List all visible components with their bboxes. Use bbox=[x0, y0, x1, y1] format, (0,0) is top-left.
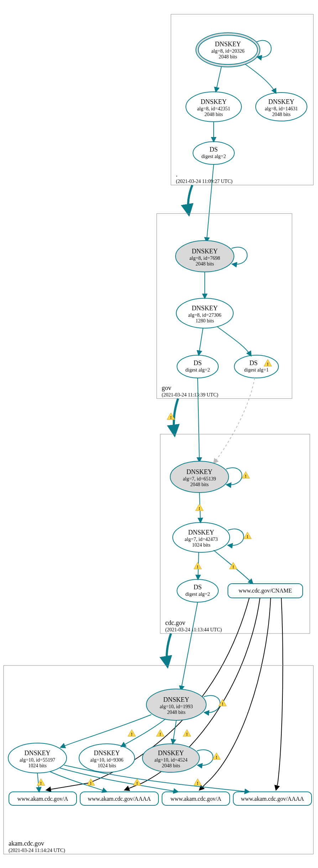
svg-text:2048 bits: 2048 bits bbox=[204, 112, 223, 117]
svg-text:alg=8, id=27306: alg=8, id=27306 bbox=[188, 312, 221, 318]
edge-deleg-cdc-akam bbox=[167, 633, 171, 666]
svg-text:DS: DS bbox=[193, 359, 202, 367]
svg-text:DS: DS bbox=[249, 359, 257, 367]
svg-text:www.akam.cdc.gov/A: www.akam.cdc.gov/A bbox=[17, 796, 68, 802]
edge-govds2-cdcksk bbox=[198, 378, 199, 462]
edge-govzsk-ds2 bbox=[199, 328, 203, 355]
node-akam-k2: DNSKEY alg=10, id=9306 1024 bits bbox=[79, 744, 135, 772]
warning-icon bbox=[87, 779, 95, 786]
svg-text:alg=7, id=42473: alg=7, id=42473 bbox=[185, 537, 218, 542]
warning-icon bbox=[156, 730, 164, 737]
node-rec-aaaa1: www.akam.cdc.gov/AAAA bbox=[80, 792, 158, 805]
node-cdc-zsk: DNSKEY alg=7, id=42473 1024 bits bbox=[173, 522, 230, 552]
svg-text:2048 bits: 2048 bits bbox=[219, 54, 237, 59]
svg-text:alg=10, id=55197: alg=10, id=55197 bbox=[20, 757, 55, 763]
node-rec-aaaa2: www.akam.cdc.gov/AAAA bbox=[233, 792, 312, 805]
edge-rootksk-rootextra bbox=[245, 64, 276, 93]
svg-text:DNSKEY: DNSKEY bbox=[192, 305, 218, 312]
svg-text:digest alg=1: digest alg=1 bbox=[244, 367, 269, 373]
edge-cdczsk-self bbox=[228, 529, 244, 545]
edge-akamksk-k3 bbox=[173, 720, 176, 744]
edge-k1-aaaa1 bbox=[50, 772, 107, 792]
svg-text:www.akam.cdc.gov/AAAA: www.akam.cdc.gov/AAAA bbox=[88, 796, 151, 802]
svg-text:www.akam.cdc.gov/A: www.akam.cdc.gov/A bbox=[171, 796, 221, 802]
zone-root-time: (2021-03-24 11:09:27 UTC) bbox=[176, 179, 233, 184]
svg-text:www.cdc.gov/CNAME: www.cdc.gov/CNAME bbox=[239, 588, 292, 594]
edge-govzsk-ds1 bbox=[217, 327, 251, 356]
zone-akam-time: (2021-03-24 11:14:24 UTC) bbox=[9, 848, 65, 853]
svg-text:alg=10, id=1993: alg=10, id=1993 bbox=[160, 704, 193, 709]
edge-govds1-cdcksk bbox=[214, 378, 255, 463]
edge-cname-a2 bbox=[199, 598, 271, 790]
svg-text:1280 bits: 1280 bits bbox=[196, 318, 214, 323]
node-cdc-ksk: DNSKEY alg=7, id=65139 2048 bits bbox=[170, 461, 229, 493]
svg-text:alg=10, id=9306: alg=10, id=9306 bbox=[90, 757, 124, 763]
zone-cdc-time: (2021-03-24 11:13:44 UTC) bbox=[165, 627, 222, 633]
zone-akam-label: akam.cdc.gov bbox=[9, 840, 44, 847]
svg-text:alg=8, id=42351: alg=8, id=42351 bbox=[197, 106, 230, 111]
node-root-ksk: DNSKEY alg=8, id=20326 2048 bits bbox=[196, 33, 260, 67]
svg-text:digest alg=2: digest alg=2 bbox=[186, 591, 210, 597]
edge-cdcds-akamksk bbox=[181, 602, 198, 690]
warning-icon bbox=[128, 730, 136, 737]
edge-rootds-govksk bbox=[207, 164, 214, 242]
dnssec-graph: ! . (2021-03-24 11:09:27 UTC) DNSKEY alg… bbox=[0, 0, 318, 868]
zone-gov-time: (2021-03-24 11:13:39 UTC) bbox=[162, 392, 218, 398]
svg-point-29 bbox=[234, 355, 278, 378]
node-akam-k3: DNSKEY alg=10, id=4524 2048 bits bbox=[142, 744, 199, 772]
edge-deleg-gov-cdc bbox=[174, 399, 178, 434]
svg-text:alg=8, id=20326: alg=8, id=20326 bbox=[212, 48, 245, 54]
svg-text:2048 bits: 2048 bits bbox=[196, 261, 214, 267]
warning-icon bbox=[133, 779, 141, 786]
edge-deleg-root-gov bbox=[188, 185, 192, 214]
edge-cname-aaaa2 bbox=[276, 598, 283, 790]
node-root-zsk: DNSKEY alg=8, id=42351 2048 bits bbox=[186, 92, 241, 122]
node-akam-ksk: DNSKEY alg=10, id=1993 2048 bits bbox=[146, 689, 206, 720]
node-rec-a2: www.akam.cdc.gov/A bbox=[162, 792, 230, 805]
svg-text:DNSKEY: DNSKEY bbox=[158, 749, 184, 757]
svg-text:www.akam.cdc.gov/AAAA: www.akam.cdc.gov/AAAA bbox=[241, 796, 304, 802]
svg-text:DNSKEY: DNSKEY bbox=[188, 529, 214, 536]
svg-text:DNSKEY: DNSKEY bbox=[192, 248, 218, 255]
zone-cdc-label: cdc.gov bbox=[165, 619, 185, 626]
svg-text:DNSKEY: DNSKEY bbox=[215, 41, 241, 48]
node-cdc-cname: www.cdc.gov/CNAME bbox=[228, 584, 303, 598]
svg-text:alg=8, id=14631: alg=8, id=14631 bbox=[265, 106, 298, 111]
warning-icon bbox=[183, 730, 191, 737]
node-gov-ds2: DS digest alg=2 bbox=[177, 355, 218, 378]
warning-icon bbox=[194, 562, 202, 569]
node-gov-zsk: DNSKEY alg=8, id=27306 1280 bits bbox=[176, 298, 233, 328]
node-gov-ds1: DS digest alg=1 bbox=[234, 355, 278, 378]
node-gov-ksk: DNSKEY alg=8, id=7698 2048 bits bbox=[176, 241, 234, 272]
warning-icon bbox=[244, 532, 251, 539]
warning-icon bbox=[242, 472, 250, 479]
svg-text:DS: DS bbox=[209, 146, 218, 153]
svg-text:alg=7, id=65139: alg=7, id=65139 bbox=[183, 476, 216, 482]
svg-text:1024 bits: 1024 bits bbox=[28, 763, 47, 768]
svg-point-26 bbox=[177, 355, 218, 378]
svg-text:2048 bits: 2048 bits bbox=[272, 112, 291, 117]
svg-text:2048 bits: 2048 bits bbox=[167, 710, 186, 715]
svg-text:DNSKEY: DNSKEY bbox=[163, 696, 189, 703]
warning-icon bbox=[213, 753, 220, 760]
svg-point-15 bbox=[193, 142, 234, 164]
svg-text:DNSKEY: DNSKEY bbox=[186, 468, 212, 475]
node-rec-a1: www.akam.cdc.gov/A bbox=[9, 792, 77, 805]
node-root-ds: DS digest alg=2 bbox=[193, 142, 234, 164]
edge-rootksk-rootzsk bbox=[216, 66, 221, 92]
svg-text:DS: DS bbox=[193, 584, 202, 591]
warning-icon bbox=[194, 779, 202, 786]
svg-text:DNSKEY: DNSKEY bbox=[24, 749, 50, 757]
warning-icon bbox=[229, 562, 237, 569]
svg-text:digest alg=2: digest alg=2 bbox=[202, 154, 226, 159]
warning-icon bbox=[196, 504, 203, 511]
svg-text:alg=10, id=4524: alg=10, id=4524 bbox=[155, 757, 188, 763]
svg-text:DNSKEY: DNSKEY bbox=[200, 98, 226, 105]
svg-text:digest alg=2: digest alg=2 bbox=[186, 367, 210, 373]
svg-text:2048 bits: 2048 bits bbox=[190, 482, 209, 487]
svg-text:DNSKEY: DNSKEY bbox=[268, 98, 294, 105]
node-root-extra: DNSKEY alg=8, id=14631 2048 bits bbox=[256, 93, 307, 121]
zone-gov-label: gov bbox=[162, 384, 171, 391]
svg-text:alg=8, id=7698: alg=8, id=7698 bbox=[189, 256, 220, 261]
svg-point-40 bbox=[177, 579, 218, 602]
